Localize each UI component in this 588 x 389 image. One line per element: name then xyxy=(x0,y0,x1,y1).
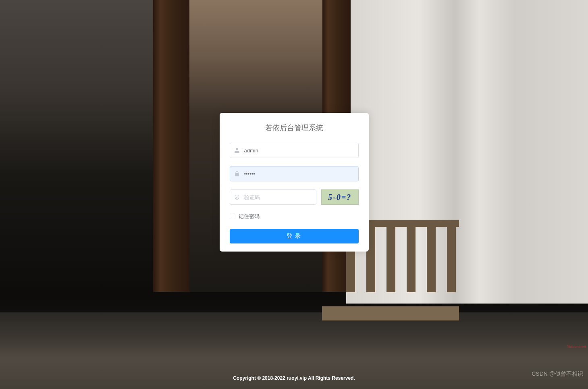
username-input[interactable] xyxy=(244,143,358,158)
login-form-card: 若依后台管理系统 5-0=? 记住密码 登 录 xyxy=(220,113,369,252)
captcha-form-item: 5-0=? xyxy=(230,189,359,205)
password-form-item xyxy=(230,166,359,181)
remember-checkbox[interactable] xyxy=(230,214,235,219)
bg-decoration xyxy=(0,0,153,292)
remember-me-row[interactable]: 记住密码 xyxy=(230,213,359,220)
shield-check-icon xyxy=(230,194,244,200)
copyright-text: Copyright © 2018-2022 ruoyi.vip All Righ… xyxy=(0,375,588,381)
login-title: 若依后台管理系统 xyxy=(230,123,359,133)
watermark-csdn: CSDN @似曾不相识 xyxy=(532,370,583,378)
username-input-wrapper[interactable] xyxy=(230,143,359,158)
remember-label[interactable]: 记住密码 xyxy=(239,213,260,220)
password-input-wrapper[interactable] xyxy=(230,166,359,181)
captcha-input-wrapper[interactable] xyxy=(230,189,316,205)
watermark-site: Yuucn.com xyxy=(567,344,586,349)
username-form-item xyxy=(230,143,359,158)
lock-icon xyxy=(230,171,244,177)
password-input[interactable] xyxy=(244,166,358,181)
captcha-image[interactable]: 5-0=? xyxy=(321,189,359,205)
user-icon xyxy=(230,148,244,153)
captcha-input[interactable] xyxy=(244,190,316,204)
login-button[interactable]: 登 录 xyxy=(230,229,359,243)
bg-decoration xyxy=(153,0,189,292)
